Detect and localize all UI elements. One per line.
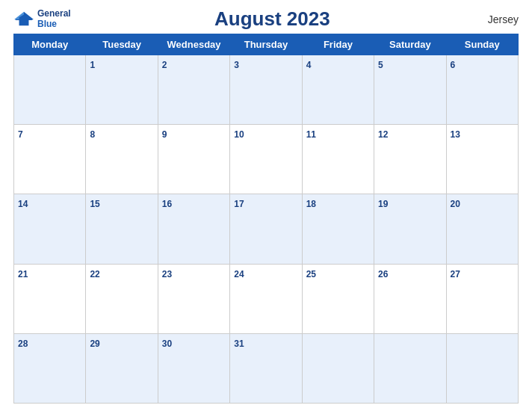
calendar-day-cell: 28: [14, 333, 86, 403]
calendar-day-cell: [14, 55, 86, 125]
day-number: 15: [90, 199, 99, 209]
day-number: 13: [451, 129, 460, 140]
logo-area: General Blue: [13, 9, 71, 28]
day-number: 27: [451, 269, 460, 279]
calendar-title: August 2023: [71, 7, 474, 31]
calendar-day-cell: 25: [302, 264, 374, 333]
calendar-day-cell: [302, 333, 374, 403]
calendar-day-cell: 3: [230, 55, 302, 125]
calendar-week-row: 28293031: [14, 333, 519, 403]
col-sunday: Sunday: [446, 34, 518, 55]
day-number: 20: [451, 199, 460, 209]
day-number: 1: [90, 60, 95, 70]
col-wednesday: Wednesday: [158, 34, 229, 55]
day-number: 7: [18, 129, 23, 140]
calendar-day-cell: 29: [86, 333, 158, 403]
col-saturday: Saturday: [374, 34, 446, 55]
day-number: 8: [90, 129, 95, 140]
day-number: 24: [234, 269, 244, 279]
calendar-day-cell: 24: [230, 264, 302, 333]
calendar-day-cell: 26: [374, 264, 446, 333]
calendar-week-row: 78910111213: [14, 125, 519, 194]
calendar-day-cell: 31: [230, 333, 302, 403]
calendar-day-cell: 30: [158, 333, 229, 403]
calendar-day-cell: 6: [446, 55, 518, 125]
calendar-day-cell: 16: [158, 194, 229, 264]
day-number: 25: [306, 269, 316, 279]
day-number: 14: [18, 199, 28, 209]
col-tuesday: Tuesday: [86, 34, 158, 55]
day-number: 5: [378, 60, 383, 70]
day-number: 19: [378, 199, 388, 209]
calendar-day-cell: 2: [158, 55, 229, 125]
calendar-day-cell: 27: [446, 264, 518, 333]
day-number: 28: [18, 339, 28, 349]
logo-text: General Blue: [37, 9, 71, 28]
day-number: 22: [90, 269, 99, 279]
calendar-day-cell: 21: [14, 264, 86, 333]
calendar-day-cell: 14: [14, 194, 86, 264]
calendar-day-cell: 20: [446, 194, 518, 264]
day-number: 17: [234, 199, 244, 209]
day-number: 21: [18, 269, 28, 279]
calendar-week-row: 21222324252627: [14, 264, 519, 333]
calendar-day-cell: 22: [86, 264, 158, 333]
day-number: 31: [234, 339, 244, 349]
col-monday: Monday: [14, 34, 86, 55]
day-number: 2: [162, 60, 167, 70]
col-thursday: Thursday: [230, 34, 302, 55]
day-number: 10: [234, 129, 244, 140]
calendar-week-row: 123456: [14, 55, 519, 125]
day-number: 18: [306, 199, 316, 209]
calendar-day-cell: 17: [230, 194, 302, 264]
calendar-day-cell: 4: [302, 55, 374, 125]
day-number: 6: [451, 60, 456, 70]
day-number: 11: [306, 129, 316, 140]
calendar-week-row: 14151617181920: [14, 194, 519, 264]
day-number: 23: [162, 269, 172, 279]
day-number: 4: [306, 60, 312, 70]
calendar-day-cell: 10: [230, 125, 302, 194]
calendar-day-cell: 9: [158, 125, 229, 194]
calendar-day-cell: 12: [374, 125, 446, 194]
calendar-day-cell: 11: [302, 125, 374, 194]
calendar-day-cell: 23: [158, 264, 229, 333]
top-bar: General Blue August 2023 Jersey: [13, 7, 519, 31]
day-number: 9: [162, 129, 167, 140]
day-number: 30: [162, 339, 172, 349]
calendar-day-cell: 13: [446, 125, 518, 194]
calendar-table: Monday Tuesday Wednesday Thursday Friday…: [13, 34, 519, 404]
calendar-header-row: Monday Tuesday Wednesday Thursday Friday…: [14, 34, 519, 55]
day-number: 26: [378, 269, 388, 279]
calendar-day-cell: 7: [14, 125, 86, 194]
day-number: 12: [378, 129, 388, 140]
calendar-day-cell: 18: [302, 194, 374, 264]
calendar-day-cell: 8: [86, 125, 158, 194]
logo-bird-icon: [13, 10, 34, 28]
day-number: 3: [234, 60, 239, 70]
col-friday: Friday: [302, 34, 374, 55]
calendar-day-cell: [374, 333, 446, 403]
calendar-day-cell: 19: [374, 194, 446, 264]
calendar-day-cell: [446, 333, 518, 403]
day-number: 16: [162, 199, 172, 209]
calendar-day-cell: 5: [374, 55, 446, 125]
day-number: 29: [90, 339, 99, 349]
calendar-day-cell: 1: [86, 55, 158, 125]
calendar-day-cell: 15: [86, 194, 158, 264]
region-label: Jersey: [474, 13, 519, 25]
